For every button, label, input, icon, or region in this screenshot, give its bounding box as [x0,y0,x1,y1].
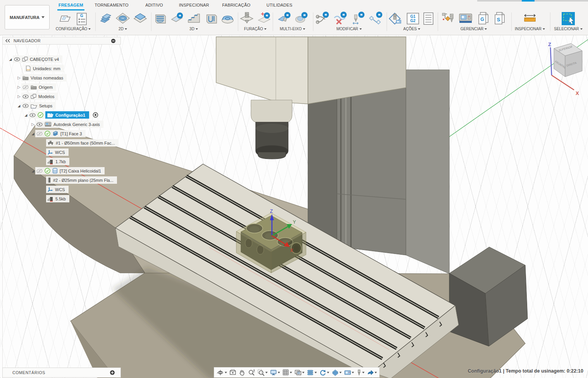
activate-target-icon[interactable] [92,112,99,118]
group-label-2d[interactable]: 2D [98,27,148,31]
add-comment-icon[interactable] [110,370,115,375]
comments-panel[interactable]: COMENTÁRIOS [2,368,121,378]
parallel-icon[interactable] [186,11,202,26]
setup-sheet-icon[interactable] [422,11,435,26]
2d-face-icon[interactable] [132,11,148,26]
orbit-icon[interactable] [216,369,228,376]
tree-row-wcs1[interactable]: WCS [46,148,69,156]
collapse-panel-icon[interactable] [5,39,10,43]
flow-icon[interactable] [204,11,219,26]
visibility-eye-icon[interactable] [22,94,29,99]
2d-adaptive-icon[interactable] [98,11,113,26]
tab-utilidades[interactable]: UTILIDADES [266,0,292,9]
group-label-configuracao[interactable]: CONFIGURAÇÃO [53,27,93,31]
grid-icon[interactable] [282,369,293,376]
collapsed-icon[interactable]: ▷ [31,122,35,126]
trim-icon[interactable] [314,11,330,26]
selected-setup[interactable]: Configuração1 [45,111,89,119]
tree-row-wcs2[interactable]: WCS [46,186,69,193]
tree-row-machine[interactable]: ▷ Autodesk Generic 3-axis [31,121,103,128]
post-library-icon[interactable]: G [476,11,491,26]
tab-fresagem[interactable]: FRESAGEM [57,0,84,9]
group-label-3d[interactable]: 3D [153,27,235,31]
pan-icon[interactable] [238,369,246,376]
tree-row-origin[interactable]: ▷ Origem [17,83,56,91]
post-navigation-icon[interactable] [366,369,378,376]
3d-viewport[interactable]: Z Y X SUPERIOR FRONTAL DIREITA Z [0,35,588,378]
2d-pocket-icon[interactable] [115,11,131,26]
simulate-restart-icon[interactable] [318,369,330,376]
viewcube[interactable]: SUPERIOR FRONTAL DIREITA Z X [548,41,582,96]
rotary-icon[interactable] [293,11,309,26]
tool-library-icon[interactable] [440,11,456,26]
post-process-icon[interactable] [389,11,404,26]
visibility-eye-icon[interactable] [22,104,29,108]
visibility-off-icon[interactable] [36,131,43,136]
group-label-furacao[interactable]: FURAÇÃO [239,27,272,31]
tab-fabricacao[interactable]: FABRICAÇÃO [222,0,251,9]
edit-tool-icon[interactable] [350,11,366,26]
component-icon [31,94,36,99]
visibility-eye-icon[interactable] [29,113,36,117]
g1g2-icon[interactable]: G1G2 [406,11,420,26]
workspace-switcher[interactable]: MANUFATURA [5,5,50,29]
tree-row-size2[interactable]: 5.5kb [46,195,69,202]
new-setup-icon[interactable] [58,11,73,26]
group-label-gerenciar[interactable]: GERENCIAR [438,27,509,31]
thread-icon[interactable] [256,11,272,26]
group-label-selecionar[interactable]: SELECIONAR [551,27,586,31]
adaptive-clearing-icon[interactable] [153,11,168,26]
collapse-all-icon[interactable] [111,38,116,43]
expanded-icon[interactable]: ◢ [8,57,13,61]
swarf-icon[interactable] [276,11,292,26]
measure-icon[interactable] [521,11,538,26]
tree-row-tool2[interactable]: #2 - Ø25mm plano (25mm Fla... [46,176,117,184]
delete-passes-icon[interactable] [332,11,348,26]
tree-row-named-views[interactable]: ▷ Vistas nomeadas [17,74,67,81]
tree-row-document[interactable]: ◢ CABEÇOTE v4 [8,55,62,63]
group-label-inspecionar[interactable]: INSPECIONAR [512,27,548,31]
tab-aditivo[interactable]: ADITIVO [144,0,164,9]
tab-torneamento[interactable]: TORNEAMENTO [93,0,130,9]
tree-row-setups[interactable]: ◢ Setups [17,102,56,109]
tab-inspecionar[interactable]: INSPECIONAR [179,0,208,9]
tree-row-tool1[interactable]: #1 - Ø50mm face (50mm Fac... [46,139,119,147]
gcode-document-icon[interactable]: G [75,11,89,26]
template-library-icon[interactable]: S [493,11,507,26]
collapsed-icon[interactable]: ▷ [17,76,21,80]
tree-row-units[interactable]: Unidades: mm [24,65,64,72]
tree-row-models[interactable]: ▷ Modelos [17,93,58,100]
tree-row-op-t2[interactable]: ◢ [T2] Caixa Helicoidal1 [31,167,105,174]
display-settings-icon[interactable] [269,369,281,376]
machine-display-icon[interactable] [343,369,355,376]
toolpath-display-icon[interactable] [306,369,318,376]
select-icon[interactable] [560,11,576,26]
stock-display-icon[interactable] [331,369,342,376]
zoom-icon[interactable] [247,369,256,376]
group-label-multieixo[interactable]: MULTI-EIXO [273,27,311,31]
pocket-clearing-icon[interactable] [169,11,184,26]
group-label-acoes[interactable]: AÇÕES [387,27,436,31]
visibility-off-icon[interactable] [22,85,29,90]
collapsed-icon[interactable]: ▷ [17,94,21,98]
visibility-off-icon[interactable] [36,169,43,173]
expanded-icon[interactable]: ◢ [24,113,28,117]
expanded-icon[interactable]: ◢ [31,132,35,136]
drill-icon[interactable] [239,11,254,26]
look-at-icon[interactable] [229,369,237,376]
tree-row-setup1[interactable]: ◢ Configuração1 [24,111,99,119]
viewports-icon[interactable] [294,369,305,376]
expanded-icon[interactable]: ◢ [31,169,35,173]
morphed-spiral-icon[interactable] [220,11,235,26]
move-pattern-icon[interactable] [368,11,384,26]
expanded-icon[interactable]: ◢ [17,104,21,108]
tool-display-icon[interactable] [356,369,365,376]
tree-row-op-t1[interactable]: ◢ [T1] Face 3 [31,130,86,137]
collapsed-icon[interactable]: ▷ [17,85,21,89]
visibility-eye-icon[interactable] [36,122,43,127]
zoom-window-icon[interactable] [257,369,268,376]
group-label-modificar[interactable]: MODIFICAR [314,27,384,31]
visibility-eye-icon[interactable] [14,57,20,62]
tree-row-size1[interactable]: 1.7kb [46,158,69,165]
machine-library-icon[interactable] [458,11,475,26]
